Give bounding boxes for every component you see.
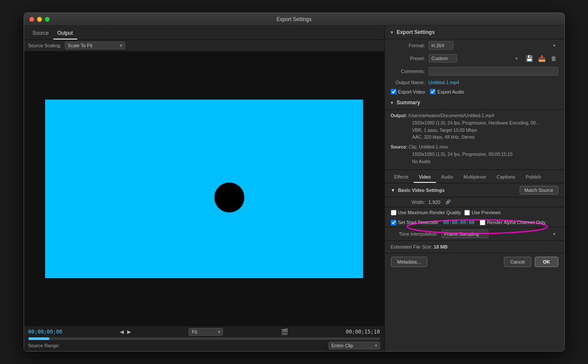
close-button[interactable] xyxy=(29,17,34,22)
render-alpha-label[interactable]: Render Alpha Channel Only xyxy=(480,220,545,225)
fit-select-wrapper: Fit xyxy=(189,328,223,336)
delete-preset-icon[interactable]: 🗑 xyxy=(549,54,558,63)
timecode-value[interactable]: 00:00:00:00 xyxy=(443,220,475,225)
estimated-file-size-label: Estimated File Size: xyxy=(391,244,433,249)
source-scaling-wrapper: Scale To Fit xyxy=(65,42,125,49)
export-settings-header: ▼ Export Settings xyxy=(385,26,564,39)
video-canvas xyxy=(45,100,363,278)
tab-video[interactable]: Video xyxy=(414,173,436,183)
output-name-label: Output Name: xyxy=(391,80,425,85)
summary-section: Output: /Users/wheaton/Documents/Untitle… xyxy=(385,109,564,170)
time-interpolation-row: Time Interpolation: Frame Sampling xyxy=(385,227,564,240)
basic-video-settings-header: ▼ Basic Video Settings Match Source xyxy=(385,183,564,197)
time-end: 00;00;15;10 xyxy=(346,329,380,335)
summary-arrow-icon: ▼ xyxy=(390,100,394,105)
export-audio-checkbox[interactable] xyxy=(430,89,436,94)
set-start-timecode-label[interactable]: Set Start Timecode xyxy=(391,220,439,225)
summary-source-line2: No Audio xyxy=(391,159,431,164)
use-previews-checkbox[interactable] xyxy=(464,210,470,215)
preset-label: Preset: xyxy=(391,56,425,61)
tab-publish[interactable]: Publish xyxy=(521,173,546,183)
preset-select-wrapper: Custom xyxy=(429,54,521,63)
match-source-button[interactable]: Match Source xyxy=(520,186,558,194)
format-select-wrapper: H.264 xyxy=(429,41,558,50)
output-name-row: Output Name: Untitled-1.mp4 xyxy=(385,78,564,87)
fit-select[interactable]: Fit xyxy=(189,328,223,336)
source-range-wrapper: Entire Clip xyxy=(329,342,380,349)
film-icon: 🎬 xyxy=(281,328,288,335)
preset-icons: 💾 📥 🗑 xyxy=(524,54,558,63)
window-controls xyxy=(29,17,50,22)
width-label: Width: xyxy=(391,200,425,205)
link-icon: 🔗 xyxy=(445,200,451,204)
render-alpha-checkbox[interactable] xyxy=(480,220,485,225)
save-preset-icon[interactable]: 💾 xyxy=(524,54,535,63)
window-title: Export Settings xyxy=(277,16,311,22)
metadata-button[interactable]: Metadata... xyxy=(391,257,427,267)
timeline-controls: 00;00;00;00 ◀ ▶ Fit 🎬 00;00;15;10 xyxy=(24,326,384,351)
summary-output: Output: /Users/wheaton/Documents/Untitle… xyxy=(391,112,558,141)
arrow-icon: ▼ xyxy=(390,30,394,35)
source-scaling-bar: Source Scaling: Scale To Fit xyxy=(24,40,384,52)
comments-input[interactable] xyxy=(429,67,558,76)
width-value: 1,920 xyxy=(429,200,441,205)
tab-output[interactable]: Output xyxy=(53,28,77,39)
export-audio-checkbox-label[interactable]: Export Audio xyxy=(430,89,464,94)
export-video-checkbox[interactable] xyxy=(391,89,396,94)
set-start-timecode-checkbox[interactable] xyxy=(391,220,396,225)
tab-audio[interactable]: Audio xyxy=(436,173,458,183)
tab-captions[interactable]: Captions xyxy=(491,173,520,183)
right-panel: ▼ Export Settings Format: H.264 Preset: … xyxy=(385,26,564,351)
summary-header: ▼ Summary xyxy=(385,96,564,109)
play-forward-icon[interactable]: ▶ xyxy=(127,329,131,335)
video-preview-area xyxy=(24,52,384,326)
tab-effects[interactable]: Effects xyxy=(389,173,414,183)
timecode-inner-row: Set Start Timecode 00:00:00:00 Render Al… xyxy=(391,220,558,225)
title-bar: Export Settings xyxy=(24,13,564,26)
source-scaling-label: Source Scaling: xyxy=(28,43,61,48)
time-current: 00;00;00;00 xyxy=(28,329,62,335)
cancel-button[interactable]: Cancel xyxy=(504,257,531,267)
video-dot xyxy=(214,182,244,212)
minimize-button[interactable] xyxy=(37,17,42,22)
timeline-progress xyxy=(28,337,49,340)
comments-label: Comments: xyxy=(391,69,425,74)
use-previews-label[interactable]: Use Previews xyxy=(464,210,500,215)
tab-multiplexer[interactable]: Multiplexer xyxy=(458,173,491,183)
timecode-section-wrapper: Set Start Timecode 00:00:00:00 Render Al… xyxy=(385,218,564,227)
comments-row: Comments: xyxy=(385,65,564,78)
estimated-file-size-row: Estimated File Size: 18 MB xyxy=(385,240,564,253)
time-interpolation-select[interactable]: Frame Sampling xyxy=(442,230,488,238)
preset-select[interactable]: Custom xyxy=(429,54,457,63)
summary-output-label: Output: xyxy=(391,113,407,118)
summary-output-path: /Users/wheaton/Documents/Untitled-1.mp4 xyxy=(408,113,494,118)
panel-tabs-row: Effects Video Audio Multiplexer Captions… xyxy=(385,170,564,183)
bottom-buttons-row: Metadata... Cancel OK xyxy=(385,253,564,270)
output-name-link[interactable]: Untitled-1.mp4 xyxy=(429,80,460,85)
summary-title: Summary xyxy=(396,100,420,106)
time-interpolation-label: Time Interpolation: xyxy=(391,231,438,237)
use-max-render-checkbox[interactable] xyxy=(391,210,396,215)
export-video-checkbox-label[interactable]: Export Video xyxy=(391,89,425,94)
timeline-track[interactable] xyxy=(28,337,380,340)
format-label: Format: xyxy=(391,43,425,48)
main-layout: Source Output Source Scaling: Scale To F… xyxy=(24,26,564,351)
summary-source-line1: 1920x1080 (1.0), 24 fps, Progressive, 00… xyxy=(391,152,513,157)
basic-video-title: ▼ Basic Video Settings xyxy=(391,188,445,193)
use-max-render-label[interactable]: Use Maximum Render Quality xyxy=(391,210,461,215)
source-range-select[interactable]: Entire Clip xyxy=(329,342,380,349)
timeline-top-row: 00;00;00;00 ◀ ▶ Fit 🎬 00;00;15;10 xyxy=(28,328,380,336)
left-tab-bar: Source Output xyxy=(24,26,384,40)
import-preset-icon[interactable]: 📥 xyxy=(536,54,547,63)
tab-source[interactable]: Source xyxy=(28,28,53,39)
summary-source-value: Clip, Untitled-1.mov xyxy=(409,144,448,149)
play-back-icon[interactable]: ◀ xyxy=(120,329,124,335)
summary-output-line1: 1920x1080 (1.0), 24 fps, Progressive, Ha… xyxy=(391,120,540,125)
basic-video-arrow-icon: ▼ xyxy=(391,188,396,193)
source-scaling-select[interactable]: Scale To Fit xyxy=(65,42,125,49)
format-select[interactable]: H.264 xyxy=(429,41,454,50)
summary-source-label: Source: xyxy=(391,144,408,149)
ok-button[interactable]: OK xyxy=(535,257,558,267)
export-settings-title: Export Settings xyxy=(396,29,435,35)
maximize-button[interactable] xyxy=(45,17,50,22)
